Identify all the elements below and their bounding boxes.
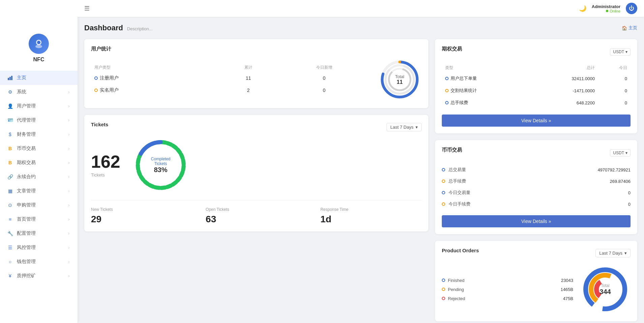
sidebar-item-system[interactable]: ⚙ 系统 ﹥ [0,85,78,99]
page-title: Dashboard [84,24,123,32]
coin-view-details-button[interactable]: View Details » [442,215,631,227]
coin-row-dot-2 [442,180,445,183]
sidebar-item-perpetual[interactable]: 🔗 永续合约 ﹥ [0,170,78,184]
svg-point-2 [35,45,42,48]
completed-tickets-label: Completed Tickets [147,157,174,166]
po-total-value: 344 [600,288,611,296]
hamburger-icon[interactable]: ☰ [84,5,90,12]
system-nav-arrow: ﹥ [67,90,71,95]
coin-row-value-4: 0 [628,202,631,207]
po-chevron-icon: ▾ [624,251,627,256]
coin-row-label-4: 今日手续费 [449,201,625,207]
perpetual-arrow: ﹥ [67,174,71,180]
purchase-mgmt-icon: ⊙ [7,202,13,208]
sidebar-item-user-mgmt[interactable]: 👤 用户管理 ﹥ [0,99,78,113]
col-user-type: 用户类型 [92,63,219,72]
sidebar-item-pledge-mining[interactable]: ¥ 质押挖矿 ﹥ [0,269,78,283]
system-nav-label: 系统 [17,89,67,95]
user-stats-title: 用户统计 [91,46,422,52]
tickets-period-select[interactable]: Last 7 Days ▾ [387,123,422,131]
coin-row-dot-3 [442,191,445,194]
coin-row-label-2: 总手续费 [449,178,607,184]
sidebar-item-config-mgmt[interactable]: 🔧 配置管理 ﹥ [0,226,78,240]
coin-row-value-1: 4970792.729921 [597,167,631,172]
user-mgmt-icon: 👤 [7,103,13,109]
finance-mgmt-arrow: ﹥ [67,132,71,137]
total-label: Total [395,74,404,79]
tickets-header: Tickets Last 7 Days ▾ [91,122,422,133]
username-label: Administrator [592,4,620,9]
ft-row2-today: 0 [598,85,630,96]
verified-today: 0 [278,85,370,96]
user-stats-donut: Total 11 [378,58,422,101]
donut-center-label: Total 11 [395,74,404,85]
power-button[interactable]: ⏻ [626,3,637,14]
futures-view-details-button[interactable]: View Details » [442,115,631,127]
ft-row1-today: 0 [598,73,630,84]
topbar-right: 🌙 Administrator Online ⏻ [579,3,637,14]
futures-currency-select[interactable]: USDT ▾ [610,48,631,56]
breadcrumb-home[interactable]: 🏠 主页 [622,25,637,31]
tickets-number-wrap: 162 Tickets [91,153,120,177]
article-mgmt-arrow: ﹥ [67,189,71,194]
sidebar-item-agent-mgmt[interactable]: 🪪 代理管理 ﹥ [0,113,78,127]
left-column: 用户统计 用户类型 累计 今日新增 [84,39,428,321]
finance-mgmt-icon: $ [7,132,13,137]
verified-cumulative: 2 [219,85,277,96]
logo-icon [29,34,49,54]
ft-row3-today: 0 [598,97,630,108]
sidebar-nav: 主页 ⚙ 系统 ﹥ 👤 用户管理 ﹥ 🪪 代理管理 ﹥ $ 财务管理 ﹥ [0,68,78,323]
product-orders-period-select[interactable]: Last 7 Days ▾ [595,249,631,257]
sidebar-item-options-trade[interactable]: B 期权交易 ﹥ [0,156,78,170]
sidebar-item-home-mgmt[interactable]: ≡ 首页管理 ﹥ [0,212,78,226]
config-mgmt-icon: 🔧 [7,231,13,236]
tickets-total-label: Tickets [91,172,120,177]
registered-dot [94,76,98,80]
ft-row2-type: 交割结果统计 [442,85,530,96]
sidebar-item-purchase-mgmt[interactable]: ⊙ 申购管理 ﹥ [0,198,78,212]
logo-name: NFC [33,57,44,63]
product-orders-header: Product Orders Last 7 Days ▾ [442,248,631,259]
user-mgmt-arrow: ﹥ [67,104,71,109]
rejected-value: 475B [563,296,573,301]
article-mgmt-icon: ▦ [7,188,13,194]
futures-chevron-icon: ▾ [625,50,627,54]
right-column: 期权交易 USDT ▾ 类型 总计 今日 [435,39,637,321]
coin-row-value-2: 269.87406 [610,179,631,184]
response-time-stat: Response Time 1d [320,207,422,225]
list-item: Pending 1465B [442,285,573,294]
sidebar-item-article-mgmt[interactable]: ▦ 文章管理 ﹥ [0,184,78,198]
sidebar-item-wallet-mgmt[interactable]: ○ 钱包管理 ﹥ [0,255,78,269]
response-time-label: Response Time [320,207,422,212]
product-orders-card: Product Orders Last 7 Days ▾ Finished [435,241,637,321]
ft-row1-type: 用户总下单量 [442,73,530,84]
page-content: Dashboard Description... 🏠 主页 用户统计 [78,17,644,323]
new-tickets-stat: New Tickets 29 [91,207,192,225]
sidebar-item-finance-mgmt[interactable]: $ 财务管理 ﹥ [0,127,78,141]
coin-currency-select[interactable]: USDT ▾ [610,149,631,157]
finished-dot [442,279,445,282]
topbar-user-info: Administrator Online [592,4,620,13]
risk-mgmt-label: 风控管理 [17,245,67,251]
pending-label: Pending [448,287,558,292]
config-mgmt-label: 配置管理 [17,230,67,236]
options-trade-icon: B [7,160,13,165]
coin-row-dot-4 [442,202,445,206]
list-item: 今日交易量 0 [442,187,631,198]
pledge-mining-label: 质押挖矿 [17,273,67,279]
ft-row3-total: 648.2200 [530,97,597,108]
page-title-wrap: Dashboard Description... [84,24,153,32]
sidebar-item-coin-trade[interactable]: B 币币交易 ﹥ [0,141,78,156]
finance-mgmt-label: 财务管理 [17,131,67,137]
finished-label: Finished [448,278,558,283]
list-item: Finished 23043 [442,276,573,285]
agent-mgmt-arrow: ﹥ [67,118,71,123]
sidebar-item-home[interactable]: 主页 [0,71,78,85]
wallet-mgmt-label: 钱包管理 [17,259,67,265]
options-trade-label: 期权交易 [17,160,67,166]
dark-mode-icon[interactable]: 🌙 [579,5,586,12]
ft-row2-total: -1471.0000 [530,85,597,96]
coin-chevron-icon: ▾ [625,151,627,155]
sidebar-item-risk-mgmt[interactable]: ☰ 风控管理 ﹥ [0,240,78,255]
verified-dot [94,89,98,92]
